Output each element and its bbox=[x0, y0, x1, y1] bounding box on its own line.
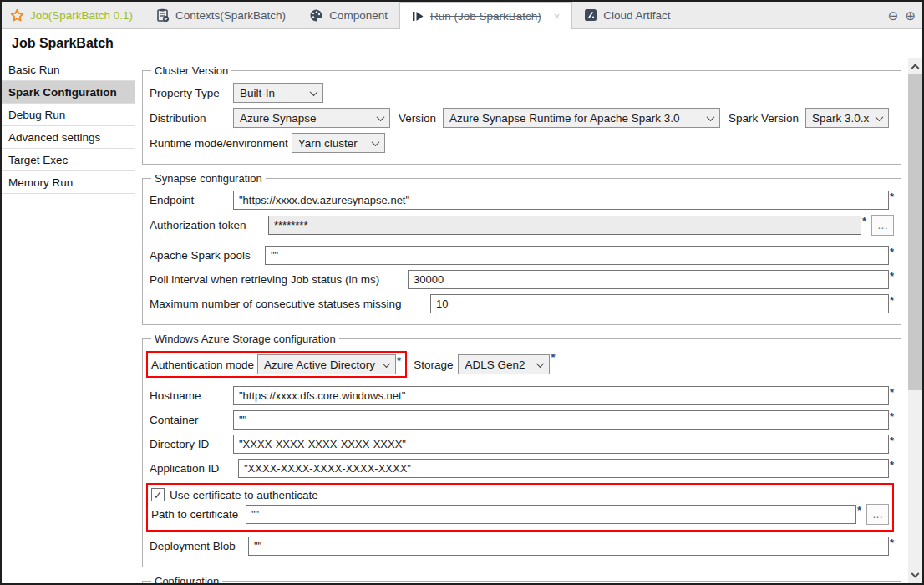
dropdown-value: Yarn cluster bbox=[298, 137, 358, 150]
auth-mode-highlight: Authentication mode Azure Active Directo… bbox=[146, 351, 407, 378]
dropdown-value: Azure Active Directory bbox=[264, 359, 375, 371]
group-configuration: Configuration Use local timezone ✓ Use d… bbox=[142, 575, 901, 583]
authentication-mode-label: Authentication mode bbox=[151, 359, 254, 371]
dropdown-value: ADLS Gen2 bbox=[465, 359, 525, 371]
storage-label: Storage bbox=[414, 359, 453, 371]
version-dropdown[interactable]: Azure Synapse Runtime for Apache Spark 3… bbox=[443, 108, 720, 128]
sidebar-item-label: Advanced settings bbox=[8, 131, 100, 144]
sidebar-item-target-exec[interactable]: Target Exec bbox=[2, 149, 135, 171]
tab-component[interactable]: Component bbox=[297, 2, 399, 28]
tab-run-label: Run (Job SparkBatch) bbox=[430, 10, 541, 23]
required-marker: * bbox=[890, 387, 894, 398]
minimize-view-icon[interactable]: ⊖ bbox=[888, 8, 899, 23]
container-label: Container bbox=[150, 414, 233, 426]
required-marker: * bbox=[862, 216, 866, 226]
group-synapse-configuration: Synapse configuration Endpoint * Authori… bbox=[142, 172, 901, 325]
authorization-token-label: Authorization token bbox=[150, 219, 268, 231]
tab-cloud-artifact[interactable]: Cloud Artifact bbox=[572, 2, 682, 28]
run-icon bbox=[412, 10, 424, 23]
maximize-view-icon[interactable]: ⊕ bbox=[905, 8, 916, 23]
path-to-certificate-browse-button[interactable]: … bbox=[866, 504, 889, 525]
hostname-input[interactable] bbox=[233, 386, 889, 405]
distribution-label: Distribution bbox=[150, 112, 233, 125]
app-window: Job(SparkBatch 0.1) Contexts(SparkBatch) bbox=[0, 0, 924, 585]
sidebar-item-label: Target Exec bbox=[8, 154, 68, 166]
deployment-blob-label: Deployment Blob bbox=[150, 540, 248, 552]
sidebar-item-basic-run[interactable]: Basic Run bbox=[2, 58, 135, 81]
chevron-down-icon bbox=[707, 113, 715, 121]
endpoint-input[interactable] bbox=[233, 191, 889, 210]
tab-job[interactable]: Job(SparkBatch 0.1) bbox=[2, 2, 145, 28]
group-legend: Synapse configuration bbox=[151, 172, 266, 185]
chevron-down-icon bbox=[310, 88, 318, 96]
chevron-down-icon bbox=[876, 113, 884, 121]
storage-dropdown[interactable]: ADLS Gen2 bbox=[458, 354, 550, 374]
tab-contexts-label: Contexts(SparkBatch) bbox=[175, 9, 286, 22]
sidebar-item-advanced-settings[interactable]: Advanced settings bbox=[2, 126, 135, 149]
poll-interval-label: Poll interval when retrieving Job status… bbox=[150, 273, 408, 286]
sidebar-item-debug-run[interactable]: Debug Run bbox=[2, 104, 135, 126]
max-missing-statuses-label: Maximum number of consecutive statuses m… bbox=[150, 298, 430, 310]
chevron-down-icon bbox=[377, 113, 385, 121]
use-certificate-checkbox[interactable]: ✓ bbox=[151, 488, 165, 501]
title-bar: Job SparkBatch bbox=[2, 29, 922, 58]
chevron-down-icon bbox=[383, 359, 391, 368]
required-marker: * bbox=[890, 271, 894, 282]
tab-contexts[interactable]: Contexts(SparkBatch) bbox=[145, 2, 297, 28]
group-windows-azure-storage: Windows Azure Storage configuration Auth… bbox=[142, 333, 901, 567]
distribution-dropdown[interactable]: Azure Synapse bbox=[233, 108, 390, 128]
sidebar-item-label: Debug Run bbox=[8, 109, 65, 121]
tab-component-label: Component bbox=[329, 9, 388, 22]
required-marker: * bbox=[551, 352, 555, 363]
scroll-down-icon[interactable] bbox=[908, 569, 922, 583]
apache-spark-pools-input[interactable] bbox=[265, 246, 889, 265]
dropdown-value: Spark 3.0.x bbox=[812, 112, 869, 125]
close-tab-icon[interactable]: × bbox=[554, 10, 561, 23]
directory-id-input[interactable] bbox=[233, 435, 889, 454]
scroll-up-icon[interactable] bbox=[908, 58, 922, 73]
deployment-blob-input[interactable] bbox=[248, 537, 889, 556]
required-marker: * bbox=[890, 460, 894, 471]
endpoint-label: Endpoint bbox=[150, 194, 233, 206]
property-type-dropdown[interactable]: Built-In bbox=[233, 83, 323, 103]
runtime-mode-dropdown[interactable]: Yarn cluster bbox=[292, 133, 385, 153]
authentication-mode-dropdown[interactable]: Azure Active Directory bbox=[257, 354, 396, 374]
required-marker: * bbox=[890, 247, 894, 257]
poll-interval-input[interactable] bbox=[408, 270, 889, 289]
sidebar-item-label: Basic Run bbox=[8, 64, 60, 76]
vertical-scrollbar[interactable] bbox=[908, 58, 922, 583]
cloud-artifact-icon bbox=[584, 8, 597, 22]
application-id-input[interactable] bbox=[238, 459, 889, 478]
scrollbar-thumb[interactable] bbox=[908, 74, 922, 390]
chevron-down-icon bbox=[371, 138, 379, 146]
spark-configuration-panel: Cluster Version Property Type Built-In D… bbox=[135, 58, 908, 583]
sidebar-item-spark-configuration[interactable]: Spark Configuration bbox=[2, 81, 135, 104]
required-marker: * bbox=[890, 411, 894, 422]
version-label: Version bbox=[399, 112, 436, 125]
sidebar-item-memory-run[interactable]: Memory Run bbox=[2, 171, 135, 194]
chevron-down-icon bbox=[536, 359, 545, 368]
tab-run[interactable]: Run (Job SparkBatch) × bbox=[399, 2, 572, 29]
use-certificate-label: Use certificate to authenticate bbox=[170, 489, 318, 501]
group-legend: Windows Azure Storage configuration bbox=[151, 333, 339, 345]
page-title: Job SparkBatch bbox=[12, 36, 114, 51]
authorization-token-input[interactable] bbox=[268, 216, 861, 235]
group-legend: Cluster Version bbox=[151, 64, 231, 77]
star-icon bbox=[10, 8, 24, 23]
required-marker: * bbox=[890, 435, 894, 446]
spark-version-dropdown[interactable]: Spark 3.0.x bbox=[805, 108, 889, 128]
container-input[interactable] bbox=[233, 410, 889, 430]
group-legend: Configuration bbox=[151, 575, 222, 583]
dropdown-value: Built-In bbox=[240, 87, 275, 99]
clipboard-check-icon bbox=[156, 8, 170, 23]
view-tab-bar: Job(SparkBatch 0.1) Contexts(SparkBatch) bbox=[2, 2, 922, 29]
runtime-mode-label: Runtime mode/environment bbox=[150, 137, 288, 150]
sidebar-item-label: Memory Run bbox=[8, 176, 73, 189]
dropdown-value: Azure Synapse bbox=[240, 112, 317, 125]
max-missing-statuses-input[interactable] bbox=[430, 294, 889, 313]
sidebar-item-label: Spark Configuration bbox=[8, 86, 117, 99]
path-to-certificate-input[interactable] bbox=[246, 505, 856, 524]
authorization-token-browse-button[interactable]: … bbox=[871, 215, 894, 236]
group-cluster-version: Cluster Version Property Type Built-In D… bbox=[142, 64, 901, 165]
tab-job-label: Job(SparkBatch 0.1) bbox=[30, 9, 133, 22]
